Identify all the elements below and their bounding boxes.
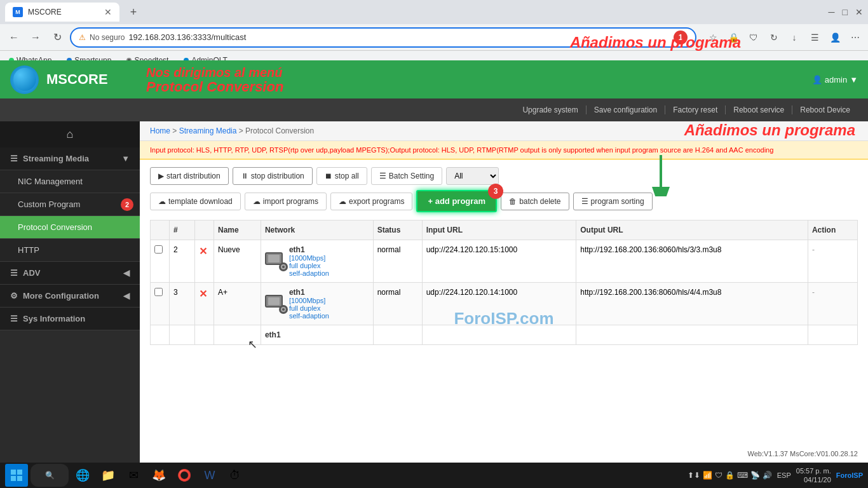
row1-delete-btn[interactable]: ✕ [195,240,214,283]
filter-select[interactable]: All Running Stopped [446,167,499,185]
stop-all-btn[interactable]: ⏹ stop all [316,167,367,185]
row1-name[interactable]: Nueve [214,240,261,283]
sidebar-item-streaming-media[interactable]: ☰ Streaming Media ▼ [0,147,140,170]
more-config-arrow: ◀ [123,291,130,301]
forolsp-taskbar: ForoISP [836,471,863,479]
user-menu[interactable]: 👤 admin ▼ [812,75,858,85]
save-config-link[interactable]: Save configuration [587,105,665,114]
custom-label: Custom Program [18,200,80,209]
breadcrumb-home-link[interactable]: Home [150,126,170,135]
menu-icon[interactable]: ⋯ [848,30,863,45]
content-area: ▶ start distribution ⏸ stop distribution… [140,159,868,353]
sidebar-item-sys-info[interactable]: ☰ Sys Information [0,308,140,330]
browser-toolbar-icons: ☆ 🔒 🛡 ↻ ↓ ☰ 👤 ⋯ [705,30,863,45]
maximize-btn[interactable]: □ [843,7,848,17]
app-title: MSCORE [46,71,108,88]
svg-rect-3 [17,470,22,475]
extension-icon4[interactable]: ↓ [787,30,802,45]
taskbar: 🔍 🌐 📁 ✉ 🦊 ⭕ W ⏱ ⬆⬇ 📶 🛡 🔒 ⌨ 📡 🔊 ESP 05:57… [0,463,868,488]
stop-distribution-btn[interactable]: ⏸ stop distribution [233,167,313,185]
svg-rect-4 [11,476,16,481]
taskbar-opera-btn[interactable]: ⭕ [173,464,196,487]
taskbar-timer-btn[interactable]: ⏱ [224,464,247,487]
top-nav-links: Upgrade system Save configuration Factor… [515,105,858,114]
taskbar-word-btn[interactable]: W [198,464,221,487]
extension-icon1[interactable]: 🔒 [726,30,741,45]
taskbar-firefox-btn[interactable]: 🦊 [147,464,170,487]
tab-close-btn[interactable]: ✕ [104,7,112,17]
profile-icon[interactable]: 👤 [827,30,843,45]
factory-reset-link[interactable]: Factory reset [665,105,726,114]
program-sorting-btn[interactable]: ☰ program sorting [573,193,653,210]
taskbar-folder-btn[interactable]: 📁 [97,464,119,487]
tray-more-icon[interactable]: ⌨ [737,471,748,480]
protocol-label: Protocol Conversion [18,222,92,232]
reboot-service-link[interactable]: Reboot service [726,105,792,114]
new-tab-btn[interactable]: + [125,3,142,21]
col-input: Input URL [422,220,576,240]
batch-delete-btn[interactable]: 🗑 batch delete [501,193,569,210]
extension-icon2[interactable]: 🛡 [746,30,761,45]
row1-checkbox[interactable] [154,245,163,254]
reboot-device-link[interactable]: Reboot Device [792,105,858,114]
adv-label: ADV [23,268,40,278]
sidebar-item-http[interactable]: HTTP [0,239,140,262]
nic-label: NIC Management [18,177,83,186]
sidebar-home: ⌂ [0,121,140,147]
extension-icon3[interactable]: ↻ [766,30,782,45]
breadcrumb-streaming-link[interactable]: Streaming Media [179,126,237,135]
forward-btn[interactable]: → [27,29,44,46]
import-programs-btn[interactable]: ☁ import programs [245,193,327,210]
row2-input: udp://224.120.120.14:1000 [422,283,576,325]
sidebar-item-nic[interactable]: NIC Management [0,170,140,193]
minimize-btn[interactable]: ─ [829,7,835,17]
sidebar-item-custom[interactable]: Custom Program 2 [0,193,140,216]
taskbar-search-btn[interactable]: 🔍 [31,464,69,487]
sidebar-item-more-config[interactable]: ⚙ More Configuration ◀ [0,285,140,308]
info-bar: Input protocol: HLS, HTTP, RTP, UDP, RTS… [140,141,868,159]
pause-icon: ⏸ [241,172,248,180]
row2-action[interactable]: - [808,283,857,325]
home-btn[interactable]: ⌂ [67,128,74,141]
breadcrumb: Home > Streaming Media > Protocol Conver… [140,121,868,141]
refresh-btn[interactable]: ↻ [48,29,66,46]
template-download-btn[interactable]: ☁ template download [150,193,241,210]
address-bar-container[interactable]: ⚠ No seguro 1 [70,27,696,48]
col-name: Name [214,220,261,240]
browser-titlebar: M MSCORE ✕ + ─ □ ✕ [0,0,868,24]
extension-icon5[interactable]: ☰ [807,30,822,45]
badge-2: 2 [121,198,133,211]
sidebar-item-adv[interactable]: ☰ ADV ◀ [0,262,140,285]
col-delete [195,220,214,240]
username: admin [825,75,847,85]
browser-tab[interactable]: M MSCORE ✕ [5,3,119,22]
list-icon: ☰ [379,172,386,180]
language-indicator: ESP [777,471,791,479]
bookmark-icon[interactable]: ☆ [705,30,721,45]
start-menu-btn[interactable] [5,464,28,487]
start-distribution-btn[interactable]: ▶ start distribution [150,167,229,185]
row2-delete-btn[interactable]: ✕ [195,283,214,325]
badge-3: 3 [488,184,503,199]
row1-action[interactable]: - [808,240,857,283]
tab-title: MSCORE [28,8,62,17]
toolbar-row1: ▶ start distribution ⏸ stop distribution… [150,167,858,185]
security-warning: ⚠ [79,33,86,42]
row2-name[interactable]: A+ [214,283,261,325]
version-footer: Web:V1.1.37 MsCore:V01.00.28.12 [748,450,858,458]
sidebar-item-protocol-conversion[interactable]: Protocol Conversion [0,216,140,239]
add-program-btn[interactable]: + add program 3 [416,190,497,212]
row2-checkbox[interactable] [154,288,163,296]
upgrade-system-link[interactable]: Upgrade system [515,105,586,114]
row2-id: 3 [170,283,195,325]
export-programs-btn[interactable]: ☁ export programs [330,193,412,210]
taskbar-edge-btn[interactable]: 🌐 [71,464,94,487]
close-btn[interactable]: ✕ [855,7,863,17]
back-btn[interactable]: ← [5,29,23,46]
taskbar-mail-btn[interactable]: ✉ [122,464,145,487]
breadcrumb-separator2: > [239,126,245,135]
batch-setting-btn[interactable]: ☰ Batch Setting [371,167,442,185]
table-row: 2 ✕ Nueve [151,240,858,283]
address-input[interactable] [128,32,666,42]
row1-eth: eth1 [289,245,329,254]
